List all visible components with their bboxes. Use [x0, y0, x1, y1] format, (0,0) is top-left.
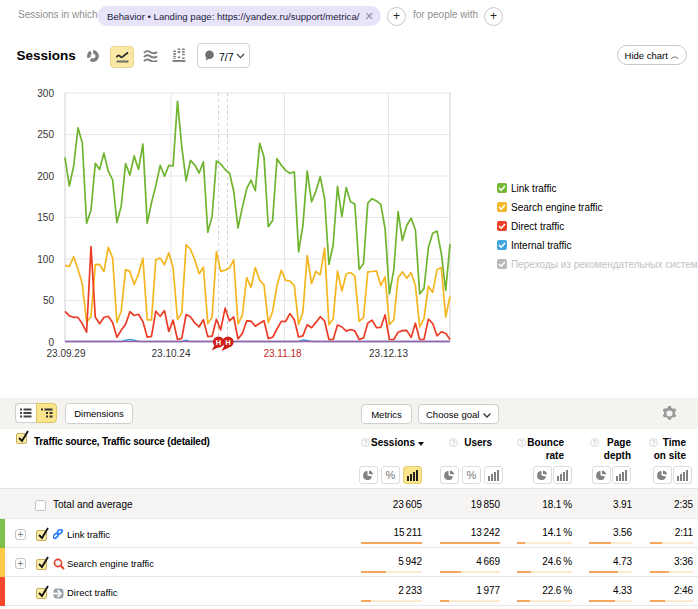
svg-text:250: 250: [37, 129, 54, 140]
svg-text:50: 50: [43, 295, 55, 306]
svg-text:150: 150: [37, 212, 54, 223]
svg-text:23.09.29: 23.09.29: [47, 348, 86, 359]
svg-text:23.11.18: 23.11.18: [263, 348, 302, 359]
svg-text:300: 300: [37, 88, 54, 99]
svg-text:0: 0: [48, 337, 54, 348]
svg-text:H: H: [225, 338, 230, 347]
svg-text:100: 100: [37, 254, 54, 265]
svg-text:23.12.13: 23.12.13: [369, 348, 408, 359]
svg-text:200: 200: [37, 171, 54, 182]
svg-text:H: H: [216, 338, 221, 347]
svg-text:23.10.24: 23.10.24: [152, 348, 191, 359]
